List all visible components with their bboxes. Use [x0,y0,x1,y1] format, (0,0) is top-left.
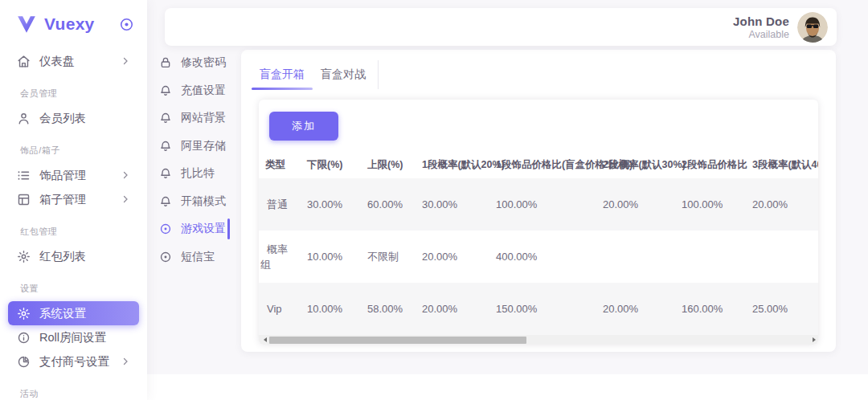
sidebar-item-dashboard[interactable]: 仪表盘 [8,49,139,73]
submenu-item-label: 修改密码 [181,55,226,70]
info-circle-icon [17,331,31,345]
dot-circle-icon [159,251,172,263]
cell: 30.00% [296,178,356,231]
gear-icon [17,307,31,320]
scroll-right-arrow-icon[interactable] [809,335,818,345]
list-icon [17,169,31,182]
table-row: Vip 10.00% 58.00% 20.00% 150.00% 20.00% … [259,283,818,335]
submenu-item-sms-bao[interactable]: 短信宝 [159,243,236,271]
cell: 60.00% [356,178,411,231]
sidebar-item-label: Roll房间设置 [39,330,106,345]
main-content-card: 盲盒开箱 盲盒对战 添加 类型 下限(%) 上限(%) [241,50,836,352]
submenu-item-change-password[interactable]: 修改密码 [159,49,236,77]
sidebar-section-heading: 活动 [20,388,139,400]
logo-row: Vuexy [0,0,147,43]
sidebar-item-box-manage[interactable]: 箱子管理 [8,187,139,211]
submenu-item-label: 开箱模式 [181,194,226,209]
user-name: John Doe [733,14,789,28]
submenu-item-recharge-settings[interactable]: 充值设置 [159,77,236,105]
sidebar-section-heading: 饰品/箱子 [20,145,139,157]
table-row: 概率组 10.00% 不限制 20.00% 400.00% [259,231,818,283]
cell: 20.00% [411,231,485,283]
sidebar-item-redpacket-list[interactable]: 红包列表 [8,244,139,268]
submenu-item-label: 阿里存储 [181,139,226,153]
cell: 10.00% [296,231,356,283]
bell-icon [159,167,172,180]
sidebar-item-label: 红包列表 [39,249,86,264]
scroll-left-arrow-icon[interactable] [259,335,268,345]
column-header: 下限(%) [296,152,356,178]
sidebar-item-system-settings[interactable]: 系统设置 [8,301,139,325]
table-panel: 添加 类型 下限(%) 上限(%) 1段概率(默认20%) 1段饰品价格比(盲盒… [259,100,818,345]
sidebar-section-heading: 红包管理 [20,226,139,238]
cell-type: 概率组 [259,231,296,283]
bell-icon [159,195,172,208]
tab-blindbox-open[interactable]: 盲盒开箱 [252,60,313,96]
add-button[interactable]: 添加 [269,112,338,141]
settings-submenu: 修改密码 充值设置 网站背景 阿里存储 扎比特 开箱模式 游戏设置 短信宝 [159,49,236,271]
sidebar-item-roll-room-settings[interactable]: Roll房间设置 [8,325,139,349]
table-header-row: 类型 下限(%) 上限(%) 1段概率(默认20%) 1段饰品价格比(盲盒价格*… [259,152,818,178]
submenu-item-label: 网站背景 [181,111,226,125]
sidebar-item-payment-merchant-settings[interactable]: 支付商号设置 [8,349,139,373]
cell: 100.00% [485,178,592,231]
column-header: 1段饰品价格比(盲盒价格*比例) [485,152,592,178]
user-info: John Doe Available [733,14,789,40]
column-header: 1段概率(默认20%) [411,152,485,178]
submenu-item-game-settings[interactable]: 游戏设置 [159,215,236,243]
sidebar-nav: 仪表盘 会员管理 会员列表 饰品/箱子 饰品管理 箱子管理 红包管理 红包列表 … [0,43,147,400]
submenu-item-zhabite[interactable]: 扎比特 [159,160,236,188]
cell: 30.00% [411,178,485,231]
scrollbar-thumb[interactable] [269,337,526,344]
sidebar-pin-toggle-icon[interactable] [119,17,134,32]
sidebar-item-label: 会员列表 [39,111,86,126]
chevron-right-icon [121,194,130,204]
table-scroll-area[interactable]: 类型 下限(%) 上限(%) 1段概率(默认20%) 1段饰品价格比(盲盒价格*… [259,152,818,335]
submenu-item-ali-storage[interactable]: 阿里存储 [159,133,236,161]
lock-icon [159,56,172,69]
home-icon [17,55,31,68]
grid-icon [17,193,31,206]
cell: 400.00% [485,231,592,283]
sidebar-item-ornament-manage[interactable]: 饰品管理 [8,163,139,187]
sidebar-item-label: 箱子管理 [39,192,86,207]
cell: 10.00% [296,283,356,335]
sidebar-section-heading: 会员管理 [20,88,139,100]
bell-icon [159,140,172,153]
column-header: 2段概率(默认30%) [592,152,670,178]
cell-type: 普通 [259,178,296,231]
submenu-item-label: 充值设置 [181,84,226,98]
horizontal-scrollbar[interactable] [259,335,818,345]
sidebar-item-member-list[interactable]: 会员列表 [8,106,139,130]
column-header: 类型 [259,152,296,178]
chevron-right-icon [121,56,130,66]
cell [592,231,670,283]
cell: 25.00% [741,283,818,335]
cell: 58.00% [356,283,411,335]
sidebar-item-label: 饰品管理 [39,168,86,183]
probability-table: 类型 下限(%) 上限(%) 1段概率(默认20%) 1段饰品价格比(盲盒价格*… [259,152,818,335]
tabs-divider [378,60,379,89]
table-row: 普通 30.00% 60.00% 30.00% 100.00% 20.00% 1… [259,178,818,231]
gear-icon [17,250,31,263]
top-header-bar: John Doe Available [165,8,837,46]
submenu-item-site-background[interactable]: 网站背景 [159,104,236,133]
chevron-right-icon [121,357,130,366]
column-header: 3段概率(默认40%) [741,152,818,178]
cell: 20.00% [592,178,670,231]
sidebar: Vuexy 仪表盘 会员管理 会员列表 饰品/箱子 饰品管理 箱子管理 [0,0,147,400]
user-menu[interactable]: John Doe Available [733,12,828,43]
sidebar-item-label: 仪表盘 [39,54,75,69]
cell: 150.00% [485,283,592,335]
tabs: 盲盒开箱 盲盒对战 [241,50,836,96]
sidebar-item-label: 支付商号设置 [39,354,109,369]
brand-name: Vuexy [44,14,95,34]
vuexy-logo-icon [16,14,37,35]
cell [741,231,818,283]
submenu-item-unbox-mode[interactable]: 开箱模式 [159,188,236,216]
cell-type: Vip [259,283,296,335]
user-icon [17,112,31,125]
tab-blindbox-battle[interactable]: 盲盒对战 [313,60,374,96]
user-avatar[interactable] [797,12,828,43]
active-tab-underline [252,88,313,90]
